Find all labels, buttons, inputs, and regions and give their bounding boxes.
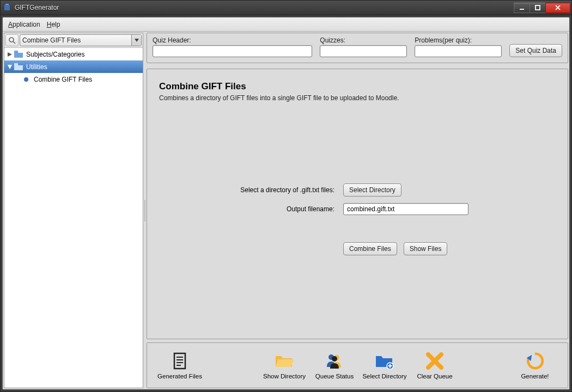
show-directory-label: Show Directory [263, 373, 306, 379]
queue-status-button[interactable]: Queue Status [309, 351, 360, 379]
sidebar-combo[interactable]: Combine GIFT Files [20, 34, 142, 46]
folder-icon [14, 51, 23, 58]
right-pane: Quiz Header: Quizzes: Problems(per quiz)… [147, 33, 568, 388]
sidebar: Combine GIFT Files Subjects/Categories [4, 33, 143, 388]
svg-rect-11 [174, 353, 185, 369]
svg-rect-10 [14, 63, 18, 65]
x-icon [424, 351, 446, 371]
quiz-header-label: Quiz Header: [153, 36, 312, 44]
select-directory-label: Select a directory of .gift.txt files: [159, 186, 343, 194]
sidebar-item-label: Subjects/Categories [26, 51, 84, 58]
inner-frame: Application Help Combine GIFT Files [2, 17, 570, 390]
svg-point-4 [9, 38, 14, 42]
svg-marker-7 [8, 52, 12, 57]
menu-application[interactable]: Application [6, 19, 42, 30]
quizzes-label: Quizzes: [320, 36, 407, 44]
svg-marker-6 [135, 39, 139, 42]
app-icon [3, 3, 11, 12]
generated-files-button[interactable]: Generated Files [155, 351, 205, 379]
maximize-button[interactable] [530, 3, 546, 13]
clear-queue-label: Clear Queue [417, 373, 452, 379]
show-files-button[interactable]: Show Files [404, 242, 448, 255]
folder-add-icon [374, 351, 395, 371]
sidebar-item-label: Utilities [26, 63, 47, 71]
problems-input[interactable] [415, 45, 502, 57]
chevron-down-icon [7, 64, 13, 70]
titlebar[interactable]: GIFTGenerator [1, 1, 571, 15]
combine-files-button[interactable]: Combine Files [343, 242, 397, 255]
body: Combine GIFT Files Subjects/Categories [3, 32, 569, 389]
generated-files-label: Generated Files [157, 373, 202, 379]
output-filename-input[interactable] [343, 203, 468, 215]
problems-label: Problems(per quiz): [415, 36, 502, 44]
generate-label: Generate! [521, 373, 549, 379]
quiz-header-input[interactable] [153, 45, 312, 57]
queue-status-label: Queue Status [315, 373, 354, 379]
people-icon [324, 351, 345, 371]
sidebar-tree[interactable]: Subjects/Categories Utilities Combine GI… [4, 48, 143, 388]
set-quiz-data-button[interactable]: Set Quiz Data [509, 44, 562, 57]
bottom-toolbar: Generated Files Show Directory [147, 342, 568, 388]
close-button[interactable] [545, 3, 570, 13]
menubar: Application Help [3, 17, 569, 32]
bullet-icon [24, 77, 28, 82]
sidebar-item-utilities[interactable]: Utilities [4, 60, 143, 73]
svg-rect-8 [14, 51, 18, 52]
chevron-right-icon [7, 51, 13, 58]
document-icon [169, 351, 191, 371]
chevron-down-icon [131, 35, 141, 46]
svg-marker-9 [8, 65, 12, 69]
search-icon[interactable] [5, 34, 19, 46]
svg-point-18 [332, 356, 337, 362]
quizzes-input[interactable] [320, 45, 407, 57]
select-directory-toolbar-button[interactable]: Select Directory [360, 351, 410, 379]
clear-queue-button[interactable]: Clear Queue [410, 351, 460, 379]
page-desc: Combines a directory of GIFT files into … [159, 94, 556, 102]
sidebar-item-combine-gift[interactable]: Combine GIFT Files [4, 73, 143, 85]
minimize-button[interactable] [514, 3, 530, 13]
refresh-icon [524, 351, 546, 371]
sidebar-combo-label: Combine GIFT Files [22, 36, 81, 44]
quiz-header-strip: Quiz Header: Quizzes: Problems(per quiz)… [147, 33, 568, 63]
output-filename-label: Output filename: [159, 205, 343, 213]
folder-open-icon [273, 351, 295, 371]
app-window: GIFTGenerator Application Help Combine [0, 0, 572, 392]
select-directory-button[interactable]: Select Directory [343, 183, 401, 197]
sidebar-search-row: Combine GIFT Files [4, 33, 143, 48]
sidebar-item-label: Combine GIFT Files [34, 76, 92, 83]
generate-button[interactable]: Generate! [510, 351, 560, 379]
folder-icon [14, 63, 23, 70]
show-directory-button[interactable]: Show Directory [259, 351, 309, 379]
window-title: GIFTGenerator [15, 4, 59, 11]
select-directory-toolbar-label: Select Directory [362, 373, 406, 379]
content-card: Combine GIFT Files Combines a directory … [147, 69, 568, 339]
page-title: Combine GIFT Files [159, 81, 556, 92]
splitter[interactable] [143, 32, 147, 389]
svg-line-5 [13, 41, 15, 44]
svg-rect-1 [536, 5, 540, 10]
menu-help[interactable]: Help [45, 19, 63, 30]
sidebar-item-subjects[interactable]: Subjects/Categories [4, 48, 143, 60]
